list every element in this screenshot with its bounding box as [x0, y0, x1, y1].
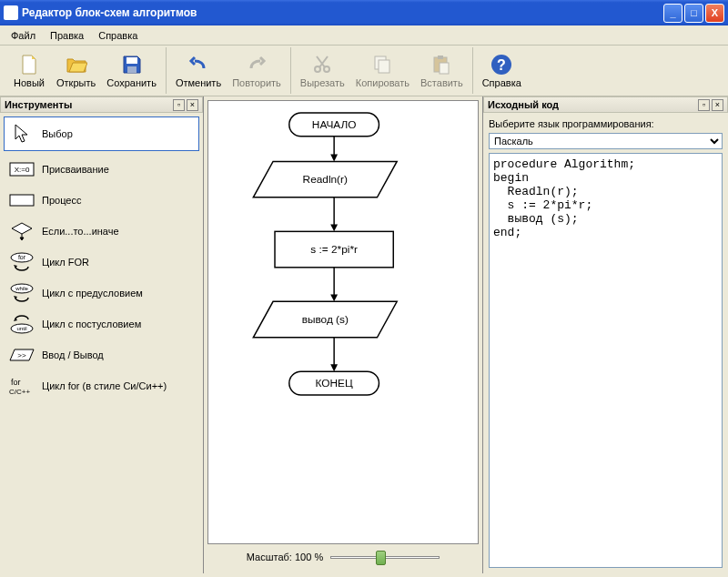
source-code[interactable]: procedure Algorithm; begin Readln(r); s … [489, 153, 723, 568]
tool-if[interactable]: Если...то...иначе [4, 218, 199, 244]
save-button[interactable]: Сохранить [101, 52, 162, 90]
copy-button[interactable]: Копировать [350, 52, 415, 90]
undo-button[interactable]: Отменить [170, 52, 227, 90]
flowchart-canvas[interactable]: НАЧАЛО Readln(r) s := 2*pi*r [207, 100, 479, 544]
svg-text:s := 2*pi*r: s := 2*pi*r [310, 243, 358, 256]
menu-edit[interactable]: Правка [43, 28, 91, 43]
svg-text:>>: >> [17, 351, 26, 359]
copy-icon [371, 54, 393, 76]
svg-text:for: for [18, 254, 26, 260]
svg-text:вывод (s): вывод (s) [302, 313, 349, 326]
close-button[interactable]: X [705, 4, 724, 23]
tool-assign[interactable]: X:=0 Присваивание [4, 157, 199, 182]
toolbar: Новый Открыть Сохранить Отменить Повтори… [0, 46, 728, 96]
tool-io[interactable]: >> Ввод / Вывод [4, 342, 199, 368]
zoom-slider[interactable] [330, 548, 440, 566]
save-floppy-icon [121, 54, 143, 76]
input-node[interactable]: Readln(r) [253, 161, 397, 197]
svg-rect-8 [440, 63, 449, 74]
language-select[interactable]: Паскаль [489, 133, 723, 149]
svg-text:НАЧАЛО: НАЧАЛО [312, 118, 357, 131]
svg-rect-7 [438, 56, 443, 59]
zoom-bar: Масштаб: 100 % [207, 544, 479, 570]
svg-text:X:=0: X:=0 [15, 166, 30, 174]
svg-text:C/C++: C/C++ [9, 388, 30, 396]
menubar: Файл Правка Справка [0, 25, 728, 46]
tool-process[interactable]: Процесс [4, 187, 199, 213]
tool-cfor[interactable]: forC/C++ Цикл for (в стиле Си/Си++) [4, 373, 199, 399]
redo-button[interactable]: Повторить [227, 52, 287, 90]
panel-pin-button[interactable]: ▫ [173, 99, 185, 111]
code-panel: Исходный код ▫ × Выберите язык программи… [482, 96, 728, 573]
assign-icon: X:=0 [9, 160, 35, 178]
minimize-button[interactable]: _ [663, 4, 682, 23]
open-folder-icon [66, 54, 87, 76]
svg-rect-1 [127, 66, 136, 73]
new-file-icon [18, 54, 40, 76]
panel-close-button[interactable]: × [187, 99, 198, 111]
tool-for[interactable]: for Цикл FOR [4, 249, 199, 275]
svg-text:КОНЕЦ: КОНЕЦ [316, 377, 353, 390]
undo-icon [187, 54, 209, 76]
for-loop-icon: for [9, 253, 35, 271]
io-icon: >> [9, 346, 35, 364]
help-icon: ? [490, 54, 512, 76]
tool-select[interactable]: Выбор [4, 116, 199, 151]
paste-button[interactable]: Вставить [415, 52, 469, 90]
svg-rect-13 [10, 195, 34, 206]
svg-text:?: ? [497, 57, 506, 73]
process-node[interactable]: s := 2*pi*r [275, 231, 393, 267]
scissors-icon [311, 54, 333, 76]
canvas-panel: НАЧАЛО Readln(r) s := 2*pi*r [204, 96, 482, 573]
panel-pin-button[interactable]: ▫ [698, 99, 710, 111]
svg-text:until: until [16, 326, 26, 331]
app-icon [4, 5, 18, 20]
process-icon [9, 191, 35, 209]
tools-panel-title: Инструменты [5, 99, 171, 110]
paste-icon [430, 54, 452, 76]
cut-button[interactable]: Вырезать [295, 52, 350, 90]
until-loop-icon: until [9, 315, 35, 333]
cfor-icon: forC/C++ [9, 377, 35, 395]
redo-icon [246, 54, 268, 76]
while-loop-icon: while [9, 284, 35, 302]
tools-panel: Инструменты ▫ × Выбор X:=0 Присваивание … [0, 96, 204, 573]
code-panel-title: Исходный код [488, 99, 696, 110]
help-button[interactable]: ? Справка [477, 52, 527, 90]
cursor-icon [9, 125, 35, 143]
panel-close-button[interactable]: × [712, 99, 723, 111]
zoom-label: Масштаб: 100 % [247, 552, 323, 562]
maximize-button[interactable]: □ [684, 4, 703, 23]
open-button[interactable]: Открыть [51, 52, 101, 90]
output-node[interactable]: вывод (s) [253, 301, 397, 337]
svg-text:Readln(r): Readln(r) [303, 173, 348, 186]
svg-text:while: while [15, 286, 28, 291]
tool-while[interactable]: while Цикл с предусловием [4, 280, 199, 306]
diamond-icon [9, 222, 35, 240]
menu-file[interactable]: Файл [4, 28, 43, 43]
tool-until[interactable]: until Цикл с постусловием [4, 311, 199, 337]
menu-help[interactable]: Справка [91, 28, 145, 43]
language-label: Выберите язык программирования: [489, 118, 723, 129]
svg-text:for: for [11, 378, 21, 387]
titlebar: Редактор блок-схем алгоритмов _ □ X [0, 0, 728, 25]
new-button[interactable]: Новый [7, 52, 51, 90]
start-node[interactable]: НАЧАЛО [289, 113, 379, 137]
window-title: Редактор блок-схем алгоритмов [22, 6, 663, 19]
svg-rect-5 [379, 60, 389, 73]
svg-rect-0 [126, 57, 137, 64]
end-node[interactable]: КОНЕЦ [289, 371, 379, 395]
